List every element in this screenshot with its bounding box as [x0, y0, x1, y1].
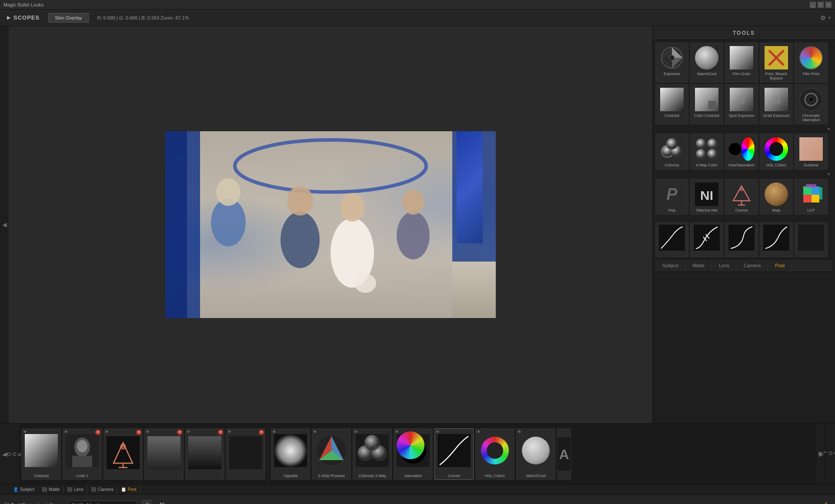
look-eye-3strip[interactable]: 👁: [313, 430, 317, 434]
look-eye-hsl-colors[interactable]: 👁: [477, 430, 481, 434]
tool-4way-color[interactable]: 4-Way Color: [690, 134, 723, 169]
left-expand-button[interactable]: ◀: [0, 26, 9, 423]
section-label-post[interactable]: 📋 Post: [117, 484, 140, 494]
section-1-dropdown[interactable]: ▼: [827, 127, 831, 131]
tool-hue-sat[interactable]: Hue/Saturation: [725, 134, 758, 169]
look-item-contrast[interactable]: 👁 Contrast: [22, 428, 61, 480]
matte-section-text: Matte: [49, 487, 60, 492]
tool-chain-checkbox-icon[interactable]: ☐: [4, 502, 9, 504]
tool-film-grain[interactable]: Film Grain: [725, 43, 758, 83]
looks-sidebar[interactable]: LOOKS: [10, 424, 19, 484]
color-contrast-label: Color Contrast: [694, 113, 719, 118]
contrast-icon: [659, 86, 685, 113]
tool-camera-curves[interactable]: [760, 222, 793, 257]
svg-rect-59: [763, 225, 789, 251]
skin-overlay-button[interactable]: Skin Overlay: [48, 13, 88, 23]
look-close-curves1[interactable]: ✕: [259, 430, 264, 435]
look-item-vignette[interactable]: 👁 Vignette: [271, 428, 310, 480]
tool-print-bleach[interactable]: Print, Bleach Bypass: [760, 43, 793, 83]
look-item-curves[interactable]: 👁 Curves: [434, 428, 474, 480]
chromatic-label: Chromatic Aberration: [796, 113, 826, 122]
tool-exposure[interactable]: Exposure: [655, 43, 688, 83]
tool-cosmo[interactable]: Cosmo: [725, 179, 758, 215]
look-close-grad[interactable]: ✕: [177, 430, 182, 435]
tool-pop[interactable]: P Pop: [655, 179, 688, 215]
look-close-radio[interactable]: ✕: [218, 430, 223, 435]
tab-subject[interactable]: Subject: [655, 259, 686, 272]
look-eye-grad[interactable]: 👁: [146, 430, 150, 434]
look-eye-radio[interactable]: 👁: [187, 430, 190, 434]
tab-matte[interactable]: Matte: [686, 259, 712, 272]
settings-dropdown-icon[interactable]: ▼: [828, 16, 832, 20]
look-eye-curves1[interactable]: 👁: [227, 430, 231, 434]
look-item-colorista3[interactable]: 👁 Colorista 3-Way: [353, 428, 392, 480]
settings-icon[interactable]: ⚙: [820, 14, 826, 21]
look-label-vignette: Vignette: [284, 473, 298, 479]
section-2-dropdown[interactable]: ▼: [827, 172, 831, 176]
subject-curves-icon: [659, 225, 685, 251]
look-eye-warm-cool[interactable]: 👁: [518, 430, 521, 434]
look-item-saturation[interactable]: 👁 Saturation: [394, 428, 433, 480]
svg-rect-72: [229, 436, 262, 469]
section-label-subject[interactable]: 👤 Subject: [10, 484, 38, 494]
accept-button[interactable]: ✓: [818, 499, 831, 504]
tab-lens[interactable]: Lens: [712, 259, 737, 272]
tool-telecine-net[interactable]: NI Telecine Net: [690, 179, 723, 215]
look-eye-cosmo[interactable]: 👁: [105, 430, 109, 434]
look-item-cosmo[interactable]: 👁 ✕: [104, 428, 143, 480]
looks-labels-row: 👤 Subject ⬛ Matte ⬛ Lens ⬛ Camera 📋 Post: [0, 484, 835, 494]
tool-color-contrast[interactable]: Color Contrast: [690, 84, 723, 124]
telecine-net-label: Telecine Net: [696, 208, 718, 212]
look-name-input[interactable]: [68, 501, 137, 504]
tab-camera[interactable]: Camera: [737, 259, 768, 272]
tool-duotone[interactable]: Duotone: [795, 134, 828, 169]
look-item-1[interactable]: 👁 ✕ Look 1: [63, 428, 102, 480]
section-label-camera[interactable]: ⬛ Camera: [87, 484, 117, 494]
svg-text:NI: NI: [700, 188, 713, 202]
tool-spot-exposure[interactable]: S Spot Exposure: [725, 84, 758, 124]
tab-post[interactable]: Post: [768, 259, 792, 272]
tools-header: TOOLS: [653, 26, 835, 40]
look-close-1[interactable]: ✕: [95, 430, 100, 435]
svg-point-33: [666, 138, 678, 149]
look-eye-curves[interactable]: 👁: [436, 430, 440, 434]
look-item-hsl-colors[interactable]: 👁 HSL Colors: [475, 428, 514, 480]
tool-film-print[interactable]: Film Print: [795, 43, 828, 83]
tool-mojo[interactable]: Mojo: [760, 179, 793, 215]
tool-contrast[interactable]: Contrast: [655, 84, 688, 124]
maximize-button[interactable]: □: [818, 2, 824, 8]
look-eye-colorista3[interactable]: 👁: [354, 430, 358, 434]
tool-lens-curves[interactable]: [725, 222, 758, 257]
look-item-curves1[interactable]: 👁 ✕: [226, 428, 265, 480]
tool-warm-cool[interactable]: Warm/Cool: [690, 43, 723, 83]
look-item-warm-cool[interactable]: 👁 Warm/Cool: [516, 428, 555, 480]
look-item-grad[interactable]: 👁 ✕: [144, 428, 184, 480]
tool-subject-curves[interactable]: [655, 222, 688, 257]
section-label-matte[interactable]: ⬛ Matte: [38, 484, 63, 494]
minimize-button[interactable]: _: [810, 2, 816, 8]
tool-chromatic[interactable]: Chromatic Aberration: [795, 84, 828, 124]
look-eye-vignette[interactable]: 👁: [272, 430, 276, 434]
tool-hsl-colors[interactable]: HSL Colors: [760, 134, 793, 169]
close-button[interactable]: ×: [825, 2, 832, 8]
tool-lut[interactable]: LUT: [795, 179, 828, 215]
look-item-radio[interactable]: 👁 ✕: [185, 428, 224, 480]
matte-curves-icon: [694, 225, 720, 251]
look-eye-1[interactable]: 👁: [64, 430, 68, 434]
tool-matte-curves[interactable]: [690, 222, 723, 257]
tool-grad-exposure[interactable]: G Grad Exposure: [760, 84, 793, 124]
look-eye-saturation[interactable]: 👁: [395, 430, 399, 434]
4way-color-icon: [694, 136, 720, 162]
svg-point-34: [696, 139, 706, 149]
reset-look-button[interactable]: ↺: [142, 500, 151, 504]
look-close-cosmo[interactable]: ✕: [136, 430, 141, 435]
section-label-lens[interactable]: ⬛ Lens: [63, 484, 87, 494]
scopes-button[interactable]: ▶ SCOPES: [0, 10, 47, 26]
cancel-button[interactable]: ✕: [156, 499, 168, 504]
look-eye-contrast[interactable]: 👁: [23, 430, 27, 434]
look-item-3strip[interactable]: 👁 3-Strip Process: [312, 428, 351, 480]
warm-cool-label: Warm/Cool: [697, 72, 717, 76]
tool-post-curves[interactable]: [795, 222, 828, 257]
tool-coloriza[interactable]: Coloriza: [655, 134, 688, 169]
look-item-last[interactable]: A: [557, 428, 571, 480]
